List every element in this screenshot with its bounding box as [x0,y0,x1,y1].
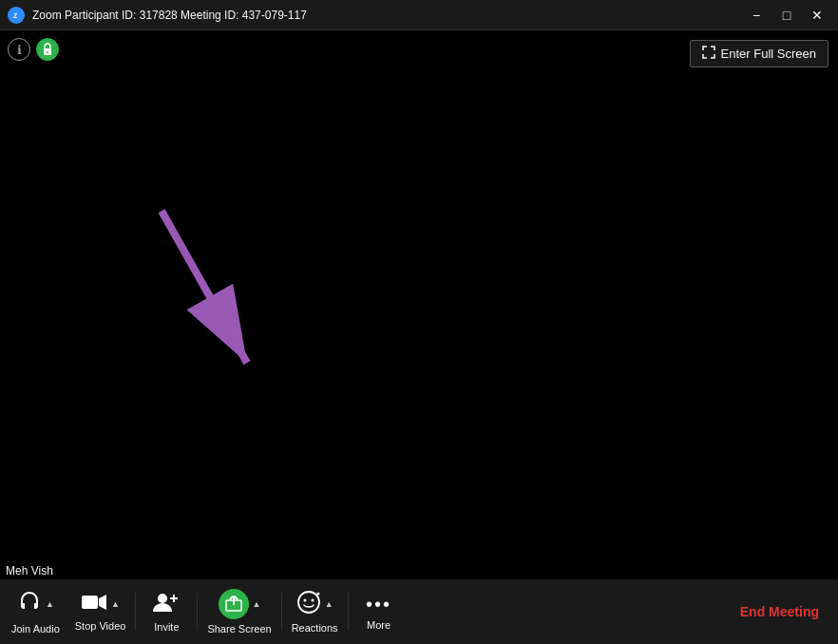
toolbar: ▲ Join Audio ▲ Stop Video [0,579,838,644]
join-audio-icon-row: ▲ [17,589,54,619]
arrow-annotation [133,201,285,395]
emoji-icon [296,590,321,618]
join-audio-caret[interactable]: ▲ [46,599,54,609]
svg-point-16 [316,593,319,596]
divider-2 [197,593,198,631]
stop-video-label: Stop Video [75,620,126,632]
invite-icon-row [153,591,180,617]
more-icon-row: ••• [366,594,391,616]
svg-point-14 [311,599,314,602]
svg-point-3 [47,51,48,53]
share-screen-label: Share Screen [207,623,271,635]
reactions-icon-row: ▲ [296,590,333,618]
invite-label: Invite [154,621,179,633]
stop-video-icon-row: ▲ [81,592,120,616]
svg-marker-7 [99,595,106,610]
minimize-button[interactable]: − [743,2,770,28]
share-screen-icon [219,589,249,619]
video-area: ℹ Enter Full Screen [0,30,838,579]
end-meeting-button[interactable]: End Meeting [725,579,834,644]
divider-1 [135,593,136,631]
svg-point-13 [303,599,306,602]
video-camera-icon [81,592,107,616]
close-button[interactable]: ✕ [804,2,830,28]
window-controls[interactable]: − □ ✕ [743,2,830,28]
svg-line-5 [162,211,247,363]
join-audio-label: Join Audio [11,623,60,635]
more-label: More [367,619,390,631]
divider-3 [281,593,282,631]
title-bar: Z Zoom Participant ID: 317828 Meeting ID… [0,0,838,30]
participant-name-tag: Meh Vish [0,562,59,579]
stop-video-button[interactable]: ▲ Stop Video [67,579,134,644]
invite-button[interactable]: Invite [138,579,195,644]
stop-video-caret[interactable]: ▲ [111,599,120,609]
fullscreen-button[interactable]: Enter Full Screen [690,40,828,67]
divider-4 [348,593,349,631]
info-icon[interactable]: ℹ [8,38,30,61]
share-screen-icon-row: ▲ [219,589,261,619]
svg-point-8 [158,594,167,603]
svg-text:Z: Z [13,12,18,19]
lock-icon[interactable] [36,38,59,61]
maximize-button[interactable]: □ [773,2,800,28]
fullscreen-icon [702,46,715,62]
add-person-icon [153,591,180,617]
reactions-button[interactable]: ▲ Reactions [284,579,346,644]
title-bar-text: Zoom Participant ID: 317828 Meeting ID: … [32,9,743,22]
headphone-icon [17,589,42,619]
svg-rect-6 [82,596,98,609]
share-screen-button[interactable]: ▲ Share Screen [200,579,278,644]
top-overlay: ℹ [8,38,59,61]
more-dots-icon: ••• [366,594,391,616]
fullscreen-label: Enter Full Screen [721,47,816,61]
reactions-label: Reactions [292,622,338,634]
reactions-caret[interactable]: ▲ [325,599,333,609]
more-button[interactable]: ••• More [351,579,408,644]
app-logo: Z [8,7,25,24]
share-screen-caret[interactable]: ▲ [253,599,261,609]
join-audio-button[interactable]: ▲ Join Audio [4,579,67,644]
